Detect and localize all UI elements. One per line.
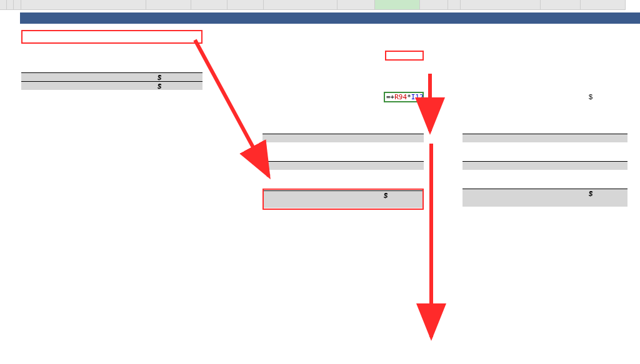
right-result-box: $	[462, 189, 628, 207]
right-isp-value: $	[589, 190, 628, 197]
right-block: $ $	[462, 30, 628, 207]
col-hdr-D[interactable]	[146, 0, 191, 10]
section-title	[20, 12, 640, 24]
discount-rate-row	[21, 30, 202, 44]
worksheet-area[interactable]: $ $ =+R94*I12	[14, 10, 640, 364]
current-enterprise-row: $	[21, 81, 202, 90]
col-hdr-L[interactable]	[461, 0, 541, 10]
col-hdr-N[interactable]	[581, 0, 626, 10]
mid-isp-value: $	[384, 192, 422, 199]
baseline-mult-value[interactable]	[385, 51, 424, 61]
mid-result-box: $	[262, 189, 424, 210]
col-hdr-H[interactable]	[338, 0, 375, 10]
formula-cell[interactable]: =+R94*I12	[384, 92, 424, 102]
col-hdr-B[interactable]	[14, 0, 21, 10]
col-hdr-corner[interactable]	[0, 0, 7, 10]
left-block: $ $	[21, 30, 202, 90]
current-enterprise-value: $	[158, 82, 202, 90]
col-hdr-M[interactable]	[541, 0, 581, 10]
col-hdr-F[interactable]	[228, 0, 264, 10]
mid-block: =+R94*I12 $	[262, 30, 424, 210]
col-hdr-A[interactable]	[7, 0, 14, 10]
col-hdr-G[interactable]	[264, 0, 338, 10]
col-hdr-C[interactable]	[21, 0, 146, 10]
col-hdr-J[interactable]	[420, 0, 448, 10]
current-equity-header: $	[21, 72, 202, 81]
col-hdr-I[interactable]	[375, 0, 420, 10]
col-hdr-K[interactable]	[448, 0, 461, 10]
right-btv-value: $	[589, 93, 628, 101]
col-hdr-E[interactable]	[191, 0, 228, 10]
baseline-tv-row: =+R94*I12	[262, 92, 424, 101]
stub-period-row	[21, 57, 202, 66]
baseline-mult-row	[262, 51, 424, 60]
median-ev-row	[262, 36, 424, 45]
current-equity-value: $	[158, 74, 202, 81]
